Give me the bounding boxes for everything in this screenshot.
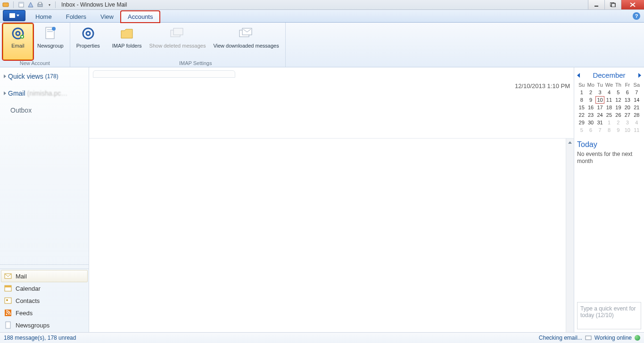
- cal-day[interactable]: 5: [614, 89, 623, 96]
- svg-point-21: [86, 32, 90, 35]
- tab-accounts[interactable]: Accounts: [121, 11, 160, 23]
- cal-next-icon[interactable]: [638, 73, 641, 78]
- cal-day[interactable]: 28: [632, 111, 641, 119]
- cal-day[interactable]: 10: [595, 96, 604, 104]
- maximize-button[interactable]: [604, 0, 621, 9]
- message-list[interactable]: 12/10/2013 1:10 PM: [89, 67, 574, 138]
- qat-new-icon[interactable]: [17, 1, 25, 8]
- cal-dow: Su: [577, 82, 586, 89]
- cal-day[interactable]: 27: [623, 111, 632, 119]
- contacts-icon: [4, 297, 12, 304]
- close-button[interactable]: [621, 0, 644, 9]
- section-calendar[interactable]: Calendar: [1, 282, 88, 294]
- cal-day[interactable]: 31: [595, 119, 604, 126]
- tab-home[interactable]: Home: [28, 11, 59, 23]
- cal-day[interactable]: 25: [604, 111, 613, 119]
- scroll-up-icon[interactable]: [566, 139, 574, 146]
- svg-point-20: [83, 28, 93, 39]
- cal-day[interactable]: 22: [577, 111, 586, 119]
- cal-day[interactable]: 3: [623, 119, 632, 126]
- section-newsgroups[interactable]: Newsgroups: [1, 319, 88, 331]
- section-mail[interactable]: Mail: [1, 270, 88, 282]
- ribbon-properties-button[interactable]: Properties: [73, 24, 103, 60]
- cal-day[interactable]: 2: [614, 119, 623, 126]
- cal-day[interactable]: 20: [623, 104, 632, 111]
- qat-print-icon[interactable]: [36, 1, 44, 8]
- cal-day[interactable]: 3: [595, 89, 604, 96]
- cal-prev-icon[interactable]: [577, 73, 580, 78]
- svg-rect-29: [5, 298, 11, 303]
- calendar-grid[interactable]: SuMoTuWeThFrSa12345678910111213141516171…: [577, 82, 641, 134]
- cal-day[interactable]: 18: [604, 104, 613, 111]
- ribbon-imap-folders-button[interactable]: IMAP folders: [109, 24, 145, 60]
- globe-icon: [635, 335, 640, 341]
- cal-day[interactable]: 21: [632, 104, 641, 111]
- svg-rect-0: [3, 3, 8, 7]
- svg-rect-34: [586, 336, 591, 340]
- qat-send-receive-icon[interactable]: [27, 1, 34, 8]
- ribbon-show-deleted-button: Show deleted messages: [146, 24, 209, 60]
- cal-day[interactable]: 1: [604, 119, 613, 126]
- cal-day[interactable]: 8: [577, 96, 586, 104]
- cal-day[interactable]: 16: [586, 104, 595, 111]
- tab-folders[interactable]: Folders: [59, 11, 93, 23]
- message-area: 12/10/2013 1:10 PM: [89, 67, 574, 332]
- nav-gmail-account[interactable]: Gmail (nimisha.pc…: [3, 88, 86, 98]
- cal-day[interactable]: 7: [595, 126, 604, 134]
- cal-day[interactable]: 8: [604, 126, 613, 134]
- cal-day[interactable]: 26: [614, 111, 623, 119]
- svg-rect-23: [173, 28, 183, 35]
- cal-day[interactable]: 6: [586, 126, 595, 134]
- cal-day[interactable]: 5: [577, 126, 586, 134]
- svg-point-30: [6, 299, 8, 301]
- cal-day[interactable]: 15: [577, 104, 586, 111]
- svg-point-32: [6, 314, 8, 315]
- newsgroup-section-icon: [4, 321, 12, 329]
- section-feeds[interactable]: Feeds: [1, 307, 88, 319]
- today-heading: Today: [577, 140, 641, 149]
- ribbon-email-button[interactable]: Email: [3, 24, 33, 60]
- help-icon[interactable]: ?: [633, 12, 640, 20]
- ribbon-view-downloaded-button[interactable]: View downloaded messages: [210, 24, 282, 60]
- cal-day[interactable]: 10: [623, 126, 632, 134]
- folder-icon: [119, 26, 134, 41]
- minimize-button[interactable]: [588, 0, 604, 9]
- cal-day[interactable]: 4: [604, 89, 613, 96]
- section-contacts[interactable]: Contacts: [1, 294, 88, 307]
- cal-day[interactable]: 9: [614, 126, 623, 134]
- cal-day[interactable]: 17: [595, 104, 604, 111]
- disclosure-icon: [4, 74, 6, 78]
- quick-event-input[interactable]: Type a quick event for today (12/10): [577, 302, 641, 329]
- cal-day[interactable]: 11: [604, 96, 613, 104]
- cal-dow: We: [604, 82, 613, 89]
- cal-day[interactable]: 19: [614, 104, 623, 111]
- nav-quick-views[interactable]: Quick views (178): [3, 71, 86, 82]
- cal-day[interactable]: 1: [577, 89, 586, 96]
- status-message-count: 188 message(s), 178 unread: [4, 335, 76, 341]
- qat-dropdown-icon[interactable]: ▾: [46, 1, 53, 8]
- scrollbar[interactable]: [566, 139, 574, 332]
- cal-day[interactable]: 13: [623, 96, 632, 104]
- cal-month-label[interactable]: December: [593, 71, 625, 79]
- app-icon: [2, 1, 9, 8]
- cal-day[interactable]: 4: [632, 119, 641, 126]
- cal-day[interactable]: 7: [632, 89, 641, 96]
- file-menu-button[interactable]: [3, 10, 25, 21]
- cal-day[interactable]: 9: [586, 96, 595, 104]
- tab-view[interactable]: View: [93, 11, 121, 23]
- cal-day[interactable]: 14: [632, 96, 641, 104]
- cal-day[interactable]: 24: [595, 111, 604, 119]
- cal-day[interactable]: 11: [632, 126, 641, 134]
- cal-day[interactable]: 6: [623, 89, 632, 96]
- reading-pane: [89, 138, 574, 332]
- svg-rect-8: [611, 3, 615, 7]
- envelopes-icon: [170, 26, 185, 41]
- cal-day[interactable]: 23: [586, 111, 595, 119]
- cal-day[interactable]: 12: [614, 96, 623, 104]
- cal-day[interactable]: 30: [586, 119, 595, 126]
- svg-point-12: [16, 32, 20, 35]
- cal-day[interactable]: 29: [577, 119, 586, 126]
- ribbon-newsgroup-button[interactable]: Newsgroup: [34, 24, 67, 60]
- cal-day[interactable]: 2: [586, 89, 595, 96]
- nav-outbox[interactable]: Outbox: [3, 105, 86, 115]
